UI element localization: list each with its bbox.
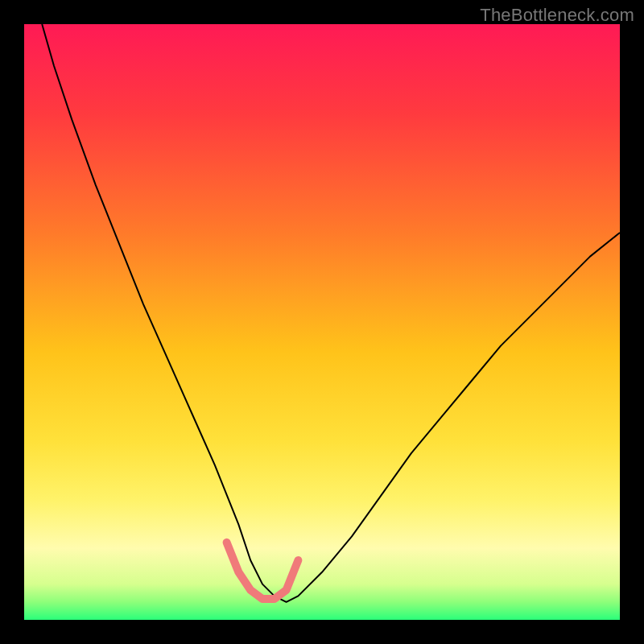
chart-frame: TheBottleneck.com	[0, 0, 644, 644]
chart-svg	[24, 24, 620, 620]
chart-plot-area	[24, 24, 620, 620]
gradient-background	[24, 24, 620, 620]
watermark-text: TheBottleneck.com	[480, 5, 634, 26]
